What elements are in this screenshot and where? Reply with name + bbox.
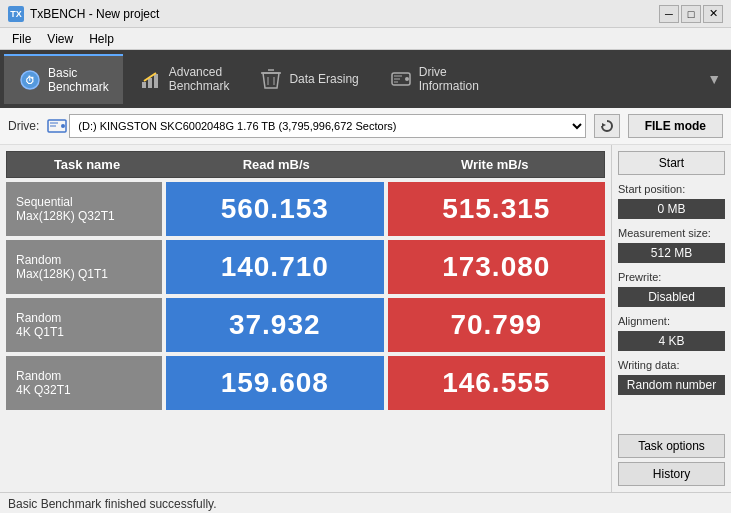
- table-row: Random4K Q32T1 159.608 146.555: [6, 356, 605, 410]
- svg-point-16: [61, 124, 65, 128]
- read-value-0: 560.153: [166, 182, 384, 236]
- task-options-button[interactable]: Task options: [618, 434, 725, 458]
- drive-row: Drive: (D:) KINGSTON SKC6002048G 1.76 TB…: [0, 108, 731, 145]
- minimize-button[interactable]: ─: [659, 5, 679, 23]
- write-value-2: 70.799: [388, 298, 606, 352]
- drive-icon: [47, 118, 67, 134]
- task-name-2: Random4K Q1T1: [6, 298, 162, 352]
- close-button[interactable]: ✕: [703, 5, 723, 23]
- write-value-0: 515.315: [388, 182, 606, 236]
- history-button[interactable]: History: [618, 462, 725, 486]
- main-content: Task name Read mB/s Write mB/s Sequentia…: [0, 145, 731, 492]
- tab-drive-information[interactable]: Drive Information: [375, 54, 493, 104]
- basic-benchmark-label-line1: Basic: [48, 66, 109, 80]
- write-value-3: 146.555: [388, 356, 606, 410]
- alignment-value: 4 KB: [618, 331, 725, 351]
- writing-data-label: Writing data:: [618, 359, 725, 371]
- prewrite-value: Disabled: [618, 287, 725, 307]
- drive-refresh-button[interactable]: [594, 114, 620, 138]
- prewrite-label: Prewrite:: [618, 271, 725, 283]
- tab-data-erasing[interactable]: Data Erasing: [245, 54, 372, 104]
- read-value-3: 159.608: [166, 356, 384, 410]
- measurement-size-value: 512 MB: [618, 243, 725, 263]
- toolbar-more-arrow[interactable]: ▼: [701, 71, 727, 87]
- task-name-1: RandomMax(128K) Q1T1: [6, 240, 162, 294]
- start-position-label: Start position:: [618, 183, 725, 195]
- basic-benchmark-label-line2: Benchmark: [48, 80, 109, 94]
- svg-rect-3: [148, 78, 152, 88]
- tab-basic-benchmark[interactable]: ⏱ Basic Benchmark: [4, 54, 123, 104]
- advanced-benchmark-label-line2: Benchmark: [169, 79, 230, 93]
- right-panel: Start Start position: 0 MB Measurement s…: [611, 145, 731, 492]
- status-text: Basic Benchmark finished successfully.: [8, 497, 217, 511]
- read-value-1: 140.710: [166, 240, 384, 294]
- app-icon: TX: [8, 6, 24, 22]
- window-title: TxBENCH - New project: [30, 7, 159, 21]
- drive-select[interactable]: (D:) KINGSTON SKC6002048G 1.76 TB (3,795…: [69, 114, 585, 138]
- refresh-icon: [600, 119, 614, 133]
- advanced-benchmark-icon: [139, 67, 163, 91]
- drive-information-label-line1: Drive: [419, 65, 479, 79]
- menu-help[interactable]: Help: [81, 30, 122, 48]
- write-value-1: 173.080: [388, 240, 606, 294]
- data-erasing-label-line1: Data Erasing: [289, 72, 358, 86]
- title-bar: TX TxBENCH - New project ─ □ ✕: [0, 0, 731, 28]
- maximize-button[interactable]: □: [681, 5, 701, 23]
- drive-label: Drive:: [8, 119, 39, 133]
- svg-text:⏱: ⏱: [25, 75, 35, 86]
- status-bar: Basic Benchmark finished successfully.: [0, 492, 731, 513]
- start-position-value: 0 MB: [618, 199, 725, 219]
- data-erasing-icon: [259, 67, 283, 91]
- svg-rect-4: [154, 74, 158, 88]
- drive-information-label-line2: Information: [419, 79, 479, 93]
- writing-data-value: Random number: [618, 375, 725, 395]
- alignment-label: Alignment:: [618, 315, 725, 327]
- read-value-2: 37.932: [166, 298, 384, 352]
- toolbar: ⏱ Basic Benchmark Advanced Benchmark: [0, 50, 731, 108]
- svg-rect-2: [142, 82, 146, 88]
- table-row: Random4K Q1T1 37.932 70.799: [6, 298, 605, 352]
- table-row: RandomMax(128K) Q1T1 140.710 173.080: [6, 240, 605, 294]
- file-mode-button[interactable]: FILE mode: [628, 114, 723, 138]
- drive-information-icon: [389, 67, 413, 91]
- svg-marker-5: [263, 73, 279, 88]
- header-read: Read mB/s: [167, 152, 386, 177]
- task-name-0: SequentialMax(128K) Q32T1: [6, 182, 162, 236]
- tab-advanced-benchmark[interactable]: Advanced Benchmark: [125, 54, 244, 104]
- menu-bar: File View Help: [0, 28, 731, 50]
- menu-view[interactable]: View: [39, 30, 81, 48]
- header-write: Write mB/s: [386, 152, 605, 177]
- table-row: SequentialMax(128K) Q32T1 560.153 515.31…: [6, 182, 605, 236]
- advanced-benchmark-label-line1: Advanced: [169, 65, 230, 79]
- menu-file[interactable]: File: [4, 30, 39, 48]
- task-name-3: Random4K Q32T1: [6, 356, 162, 410]
- basic-benchmark-icon: ⏱: [18, 68, 42, 92]
- window-controls: ─ □ ✕: [659, 5, 723, 23]
- benchmark-area: Task name Read mB/s Write mB/s Sequentia…: [0, 145, 611, 492]
- table-header: Task name Read mB/s Write mB/s: [6, 151, 605, 178]
- start-button[interactable]: Start: [618, 151, 725, 175]
- header-task-name: Task name: [7, 152, 167, 177]
- svg-point-11: [405, 77, 409, 81]
- svg-marker-19: [602, 123, 606, 127]
- measurement-size-label: Measurement size:: [618, 227, 725, 239]
